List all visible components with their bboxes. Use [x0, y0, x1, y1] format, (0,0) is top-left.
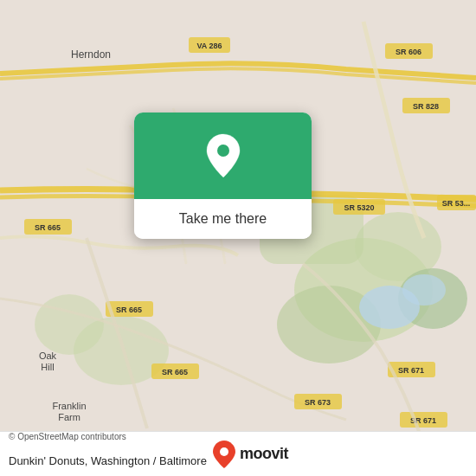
svg-text:SR 53...: SR 53... — [442, 199, 471, 208]
svg-point-39 — [220, 447, 228, 456]
svg-text:SR 665: SR 665 — [116, 306, 142, 314]
moovit-logo: moovit — [212, 440, 288, 469]
svg-text:Hill: Hill — [41, 362, 54, 372]
moovit-pin-icon — [212, 440, 236, 469]
svg-text:SR 828: SR 828 — [413, 102, 439, 111]
svg-text:Oak: Oak — [39, 351, 57, 361]
svg-point-9 — [402, 274, 446, 306]
svg-text:SR 665: SR 665 — [162, 368, 188, 376]
take-me-there-button[interactable]: Take me there — [134, 199, 312, 239]
bottom-content: © OpenStreetMap contributors Dunkin' Don… — [9, 432, 207, 476]
svg-text:SR 671: SR 671 — [398, 366, 424, 375]
svg-text:SR 665: SR 665 — [35, 223, 61, 232]
location-pin-icon — [204, 132, 242, 179]
svg-text:Farm: Farm — [58, 412, 80, 422]
moovit-brand-text: moovit — [240, 445, 288, 463]
svg-text:SR 673: SR 673 — [305, 398, 331, 407]
svg-text:Herndon: Herndon — [71, 48, 111, 61]
map-container: SR 606 VA 286 SR 5320 SR 828 SR 665 SR 6… — [0, 0, 476, 476]
svg-point-38 — [217, 145, 229, 157]
svg-text:SR 606: SR 606 — [396, 48, 421, 56]
location-name: Dunkin' Donuts, Washington / Baltimore — [9, 454, 207, 477]
bottom-bar: © OpenStreetMap contributors Dunkin' Don… — [0, 431, 476, 476]
svg-point-5 — [35, 294, 104, 355]
popup-card: Take me there — [134, 113, 312, 239]
svg-text:Franklin: Franklin — [52, 401, 86, 411]
svg-text:VA 286: VA 286 — [196, 42, 222, 50]
copyright-text: © OpenStreetMap contributors — [9, 432, 207, 454]
popup-header — [134, 113, 312, 199]
svg-text:SR 5320: SR 5320 — [344, 203, 374, 212]
